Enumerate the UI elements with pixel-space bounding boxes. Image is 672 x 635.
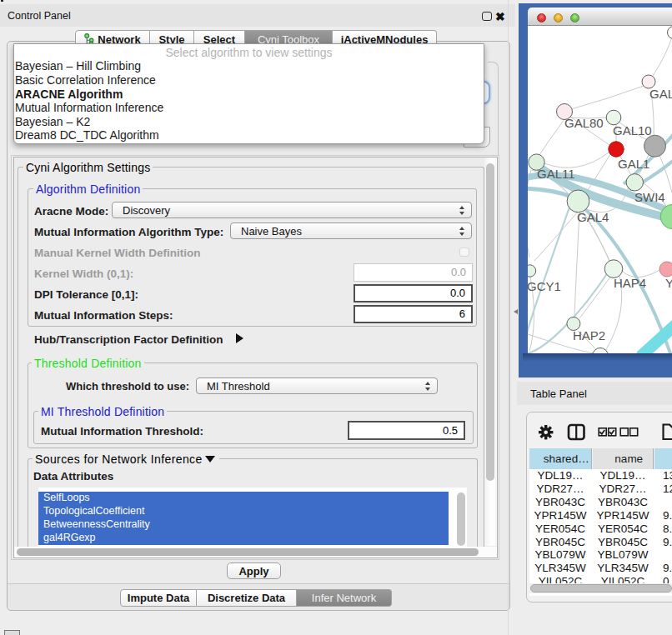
svg-text:GAL1: GAL1: [618, 157, 649, 171]
svg-text:HAP2: HAP2: [573, 328, 605, 342]
svg-text:GAL80: GAL80: [564, 116, 604, 130]
svg-text:GAL11: GAL11: [537, 167, 575, 181]
svg-text:Y: Y: [665, 276, 672, 290]
svg-text:GCY1: GCY1: [528, 279, 561, 293]
svg-text:HAP4: HAP4: [614, 276, 646, 290]
svg-text:SWI4: SWI4: [634, 190, 665, 204]
svg-text:GAL2: GAL2: [649, 87, 672, 101]
svg-text:GAL4: GAL4: [577, 210, 609, 224]
svg-text:GAL10: GAL10: [613, 123, 652, 138]
